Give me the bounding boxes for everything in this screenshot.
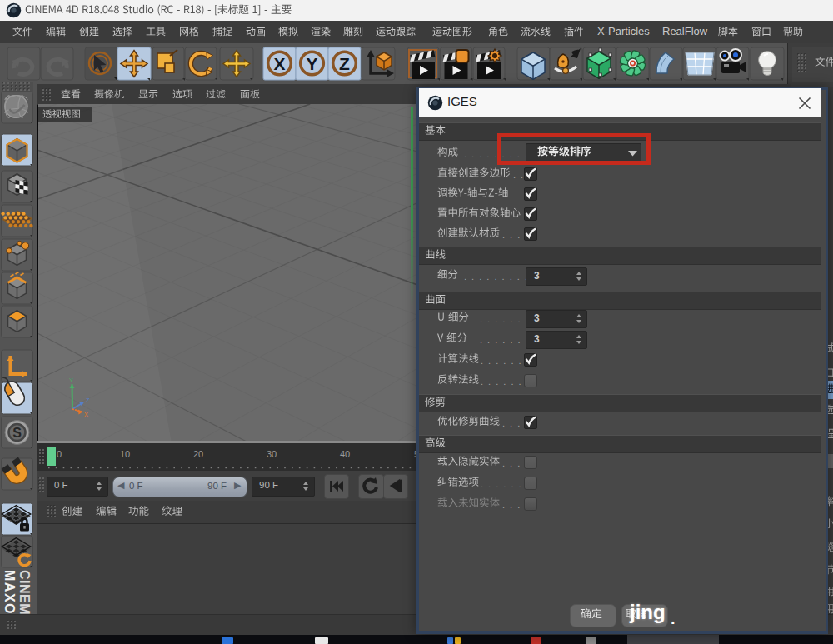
svg-text:Y: Y bbox=[306, 54, 317, 73]
svg-text:Y: Y bbox=[69, 377, 73, 384]
svg-text:S: S bbox=[12, 426, 22, 440]
svg-text:Z: Z bbox=[86, 397, 90, 404]
svg-text:X: X bbox=[273, 54, 285, 73]
svg-text:Z: Z bbox=[339, 54, 350, 73]
svg-text:X: X bbox=[84, 411, 88, 418]
